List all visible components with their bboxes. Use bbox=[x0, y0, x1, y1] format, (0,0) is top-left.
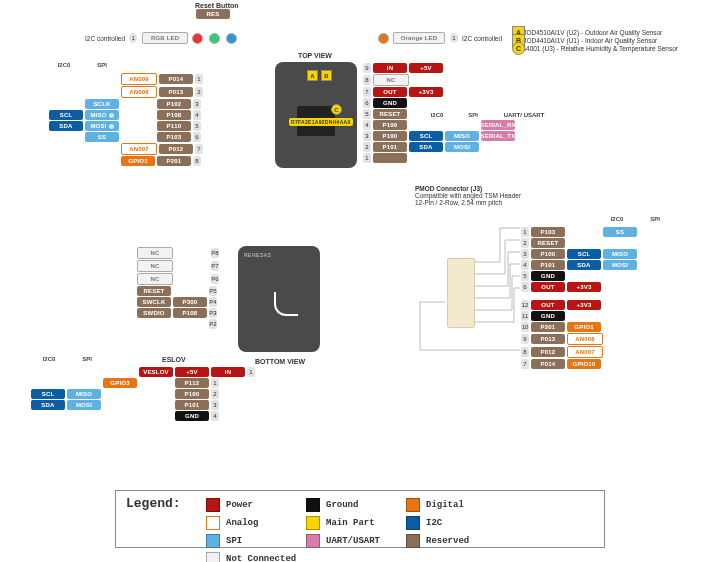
pill: P102 bbox=[157, 99, 191, 109]
pill: SDA bbox=[31, 400, 65, 410]
pill: MOSI bbox=[67, 400, 101, 410]
pill: SCL bbox=[49, 110, 83, 120]
pmod-hdr: I2C0 SPI bbox=[608, 216, 664, 222]
pill: MISO bbox=[603, 249, 637, 259]
pin-num: 7 bbox=[195, 144, 203, 154]
pin-num: 3 bbox=[211, 400, 219, 410]
pin-num: 8 bbox=[521, 347, 529, 357]
rgb-led-pill: RGB LED bbox=[142, 32, 188, 44]
orange-bullet: 1 bbox=[450, 33, 458, 43]
pill: P100 bbox=[373, 131, 407, 141]
pin-num: 1 bbox=[363, 153, 371, 163]
pill: VESLOV bbox=[139, 367, 173, 377]
pill: SWDIO bbox=[137, 308, 171, 318]
top-left-hdr: I2C0 SPI bbox=[55, 62, 111, 68]
legend-title: Legend: bbox=[126, 496, 206, 562]
pill: P109 bbox=[373, 120, 407, 130]
pill bbox=[373, 153, 407, 163]
pill: P101 bbox=[373, 142, 407, 152]
rgb-note: I2C controlled bbox=[85, 35, 125, 42]
pill: MOSI bbox=[445, 142, 479, 152]
bot-lower-pins: VESLOV+5VIN1GPIO3P1121SCLMISOP1002SDAMOS… bbox=[30, 366, 256, 422]
chip-id: R7FA2E1A92DNH#AA0 bbox=[289, 118, 353, 126]
pill: P012 bbox=[159, 144, 193, 154]
pill: P103 bbox=[531, 227, 565, 237]
pill: P013 bbox=[531, 334, 565, 344]
sensor-c: C bbox=[512, 42, 525, 55]
pill: MISO bbox=[67, 389, 101, 399]
pill: AN007 bbox=[567, 346, 603, 358]
legend-item: Main Part bbox=[306, 516, 406, 530]
sensor-c-text: HS4001 (U3) - Relative Humidity & Temper… bbox=[517, 45, 678, 52]
pill: GPIO3 bbox=[103, 378, 137, 388]
pin-num: 5 bbox=[363, 109, 371, 119]
rgb-bullet: 1 bbox=[129, 33, 137, 43]
pin-num: 2 bbox=[521, 238, 529, 248]
pill: OUT bbox=[531, 300, 565, 310]
pill: P110 bbox=[157, 121, 191, 131]
pill: SCLK bbox=[85, 99, 119, 109]
top-sensor-c: C bbox=[331, 104, 342, 115]
pin-num: 1 bbox=[211, 378, 219, 388]
pin-num: 4 bbox=[521, 260, 529, 270]
pill: RESET bbox=[137, 286, 171, 296]
pill: +3V3 bbox=[567, 300, 601, 310]
top-sensor-b: B bbox=[321, 70, 332, 81]
pill: GPIO10 bbox=[567, 359, 601, 369]
pill: MOSI bbox=[603, 260, 637, 270]
pin-num: 3 bbox=[521, 249, 529, 259]
pmod-sub1: Compatible with angled TSM Header bbox=[415, 192, 521, 199]
pill: GND bbox=[373, 98, 407, 108]
bot-i2c-hdr: I2C0 bbox=[40, 356, 58, 362]
pill: P014 bbox=[531, 359, 565, 369]
reset-pill: RES bbox=[196, 9, 230, 19]
pin-num: 9 bbox=[363, 63, 371, 73]
pill: NC bbox=[373, 74, 409, 86]
pill: MOSI bbox=[85, 121, 119, 131]
legend-item: Reserved bbox=[406, 534, 506, 548]
legend-item: SPI bbox=[206, 534, 306, 548]
pill: IN bbox=[373, 63, 407, 73]
pill: GND bbox=[531, 271, 565, 281]
pill: AN008 bbox=[567, 333, 603, 345]
pin-num: 1 bbox=[247, 367, 255, 377]
pin-num: 2 bbox=[363, 142, 371, 152]
topview-label: TOP VIEW bbox=[298, 52, 332, 59]
pin-num: 11 bbox=[521, 311, 529, 321]
pin-num: 5 bbox=[193, 121, 201, 131]
pmod-pins: 1P103SS2RESET3P100SCLMISO4P101SDAMOSI5GN… bbox=[520, 226, 638, 370]
pill: SWCLK bbox=[137, 297, 171, 307]
legend-item: Digital bbox=[406, 498, 506, 512]
pin-num: 7 bbox=[521, 359, 529, 369]
pin-num: 5 bbox=[521, 271, 529, 281]
pill: GND bbox=[175, 411, 209, 421]
pill: P101 bbox=[175, 400, 209, 410]
pill: RESET bbox=[531, 238, 565, 248]
bot-upper-pins: NCP8NCP7NCP6RESETP5SWCLKP300P4SWDIOP108P… bbox=[136, 246, 220, 330]
pin-num: 8 bbox=[363, 75, 371, 85]
pill: AN009 bbox=[121, 73, 157, 85]
pin-num: 9 bbox=[521, 334, 529, 344]
pill: P013 bbox=[159, 87, 193, 97]
pill: GND bbox=[531, 311, 565, 321]
pin-num: 7 bbox=[363, 87, 371, 97]
pill: OUT bbox=[531, 282, 565, 292]
pin-num: 4 bbox=[363, 120, 371, 130]
bot-spi-hdr: SPI bbox=[78, 356, 96, 362]
pill: SCL bbox=[567, 249, 601, 259]
legend-item: Not Connected bbox=[206, 552, 306, 562]
legend-item: Ground bbox=[306, 498, 406, 512]
orange-note: I2C controlled bbox=[462, 35, 502, 42]
pill: +5V bbox=[175, 367, 209, 377]
top-right-pins: 9IN+5V8NC7OUT+3V36GND5RESET4P109SERIAL_R… bbox=[362, 62, 516, 164]
top-sensor-a: A bbox=[307, 70, 318, 81]
pill: +3V3 bbox=[567, 282, 601, 292]
logo-glyph bbox=[274, 292, 298, 316]
board-top: R7FA2E1A92DNH#AA0 A B C bbox=[275, 62, 357, 168]
legend-item: I2C bbox=[406, 516, 506, 530]
pin-num: 6 bbox=[193, 132, 201, 142]
reset-label: Reset Button bbox=[195, 2, 239, 9]
pill: P100 bbox=[531, 249, 565, 259]
pill: NC bbox=[137, 260, 173, 272]
pill: OUT bbox=[373, 87, 407, 97]
